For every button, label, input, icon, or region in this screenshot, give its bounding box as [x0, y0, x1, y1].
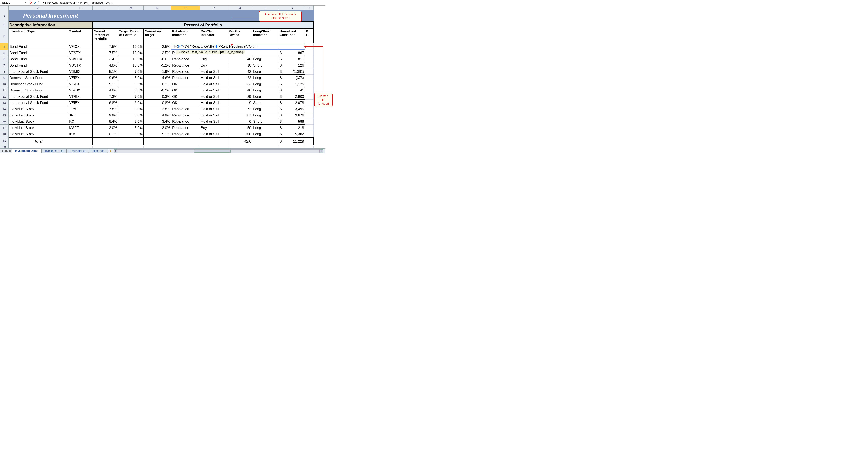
cell-T20[interactable] — [305, 146, 314, 148]
cell-Q20[interactable] — [228, 146, 252, 148]
cell-Q9[interactable]: 22 — [228, 75, 252, 81]
cell-L8[interactable]: 5.1% — [93, 68, 118, 75]
cell-Q11[interactable]: 46 — [228, 87, 252, 93]
cell-L19[interactable] — [93, 137, 118, 146]
tab-investment-detail[interactable]: Investment Detail — [12, 149, 41, 153]
cell-B16[interactable]: KO — [68, 119, 93, 125]
cell-A12[interactable]: International Stock Fund — [9, 93, 68, 100]
cell-N14[interactable]: 2.8% — [144, 106, 171, 112]
cell-P19[interactable] — [200, 137, 228, 146]
cell-T16[interactable] — [305, 119, 314, 125]
cell-T13[interactable] — [305, 100, 314, 106]
cell-N13[interactable]: 0.8% — [144, 100, 171, 106]
cell-T14[interactable] — [305, 106, 314, 112]
tab-last-icon[interactable]: ⏭ — [8, 150, 11, 153]
cell-T15[interactable] — [305, 112, 314, 119]
cell-B7[interactable]: VUSTX — [68, 62, 93, 68]
cell-B19[interactable] — [68, 137, 93, 146]
tab-next-icon[interactable]: ▶ — [6, 150, 8, 153]
row-header-10[interactable]: 10 — [0, 81, 9, 87]
cell-A11[interactable]: Domestic Stock Fund — [9, 87, 68, 93]
cell-A13[interactable]: International Stock Fund — [9, 100, 68, 106]
cell-S15[interactable]: $3,676 — [279, 112, 305, 119]
cell-N7[interactable]: -5.2% — [144, 62, 171, 68]
cell-S5[interactable]: $867 — [279, 50, 305, 56]
cell-T11[interactable] — [305, 87, 314, 93]
cell-B3[interactable]: Symbol — [68, 29, 93, 43]
cell-R11[interactable]: Long — [252, 87, 279, 93]
cell-O10[interactable]: OK — [171, 81, 200, 87]
cell-A3[interactable]: Investment Type — [9, 29, 68, 43]
cell-P13[interactable]: Hold or Sell — [200, 100, 228, 106]
cell-Q16[interactable]: 6 — [228, 119, 252, 125]
cell-T6[interactable] — [305, 56, 314, 62]
cell-A6[interactable]: Bond Fund — [9, 56, 68, 62]
cell-M10[interactable]: 5.0% — [118, 81, 144, 87]
cell-S3[interactable]: Unrealized Gain/Loss — [279, 29, 305, 43]
cell-A18[interactable]: Individual Stock — [9, 131, 68, 137]
cell-L9[interactable]: 9.6% — [93, 75, 118, 81]
col-header-S[interactable]: S — [279, 6, 305, 10]
col-header-T[interactable]: T — [305, 6, 314, 10]
row-header-9[interactable]: 9 — [0, 75, 9, 81]
cell-R18[interactable]: Long — [252, 131, 279, 137]
cell-B8[interactable]: VDMIX — [68, 68, 93, 75]
spreadsheet-grid[interactable]: Personal InvestmentDescriptive Informati… — [9, 10, 314, 148]
cell-A19[interactable]: Total — [9, 137, 68, 146]
cell-A4[interactable]: Bond Fund — [9, 43, 68, 50]
cell-O16[interactable]: Rebalance — [171, 119, 200, 125]
cell-N16[interactable]: 3.4% — [144, 119, 171, 125]
row-header-5[interactable]: 5 — [0, 50, 9, 56]
cell-B5[interactable]: VFSTX — [68, 50, 93, 56]
cancel-icon[interactable]: ✕ — [30, 1, 33, 5]
cell-P6[interactable]: Buy — [200, 56, 228, 62]
tab-investment-list[interactable]: Investment List — [41, 149, 67, 153]
cell-L4[interactable]: 7.5% — [93, 43, 118, 50]
row-header-16[interactable]: 16 — [0, 119, 9, 125]
cell-N10[interactable]: 0.1% — [144, 81, 171, 87]
cell-R5[interactable] — [252, 50, 279, 56]
cell-N20[interactable] — [144, 146, 171, 148]
cell-O13[interactable]: OK — [171, 100, 200, 106]
enter-icon[interactable]: ✓ — [34, 1, 36, 4]
cell-Q6[interactable]: 48 — [228, 56, 252, 62]
cell-S19[interactable]: $21,229 — [279, 137, 305, 146]
row-header-2[interactable]: 2 — [0, 21, 9, 29]
cell-Q7[interactable]: 10 — [228, 62, 252, 68]
cell-O11[interactable]: OK — [171, 87, 200, 93]
cell-R6[interactable]: Long — [252, 56, 279, 62]
cell-T10[interactable] — [305, 81, 314, 87]
row-header-12[interactable]: 12 — [0, 93, 9, 100]
cell-M18[interactable]: 5.0% — [118, 131, 144, 137]
cell-M9[interactable]: 5.0% — [118, 75, 144, 81]
cell-L12[interactable]: 7.3% — [93, 93, 118, 100]
row-header-4[interactable]: 4 — [0, 43, 9, 50]
cell-B6[interactable]: VWEHX — [68, 56, 93, 62]
cell-A15[interactable]: Individual Stock — [9, 112, 68, 119]
cell-R9[interactable]: Long — [252, 75, 279, 81]
cell-editor[interactable]: =IF(N4>1%,"Rebalance",IF(N4<-1%,"Rebalan… — [171, 43, 305, 50]
cell-M15[interactable]: 5.0% — [118, 112, 144, 119]
cell-R12[interactable]: Long — [252, 93, 279, 100]
col-header-A[interactable]: A — [9, 6, 68, 10]
cell-M14[interactable]: 5.0% — [118, 106, 144, 112]
cell-B10[interactable]: VISGX — [68, 81, 93, 87]
cell-S17[interactable]: $218 — [279, 125, 305, 131]
cell-Q12[interactable]: 29 — [228, 93, 252, 100]
row-header-19[interactable]: 19 — [0, 137, 9, 146]
row-header-14[interactable]: 14 — [0, 106, 9, 112]
cell-N15[interactable]: 4.9% — [144, 112, 171, 119]
cell-B18[interactable]: IBM — [68, 131, 93, 137]
cell-M7[interactable]: 10.0% — [118, 62, 144, 68]
cell-T3[interactable]: PG — [305, 29, 314, 43]
cell-N8[interactable]: -1.9% — [144, 68, 171, 75]
cell-A9[interactable]: Domestic Stock Fund — [9, 75, 68, 81]
tab-price-data[interactable]: Price Data — [88, 149, 108, 153]
cell-R13[interactable]: Short — [252, 100, 279, 106]
cell-R10[interactable]: Long — [252, 81, 279, 87]
cell-T19[interactable] — [305, 137, 314, 146]
row-header-3[interactable]: 3 — [0, 29, 9, 43]
cell-T5[interactable] — [305, 50, 314, 56]
cell-A8[interactable]: International Stock Fund — [9, 68, 68, 75]
cell-S8[interactable]: $(1,382) — [279, 68, 305, 75]
